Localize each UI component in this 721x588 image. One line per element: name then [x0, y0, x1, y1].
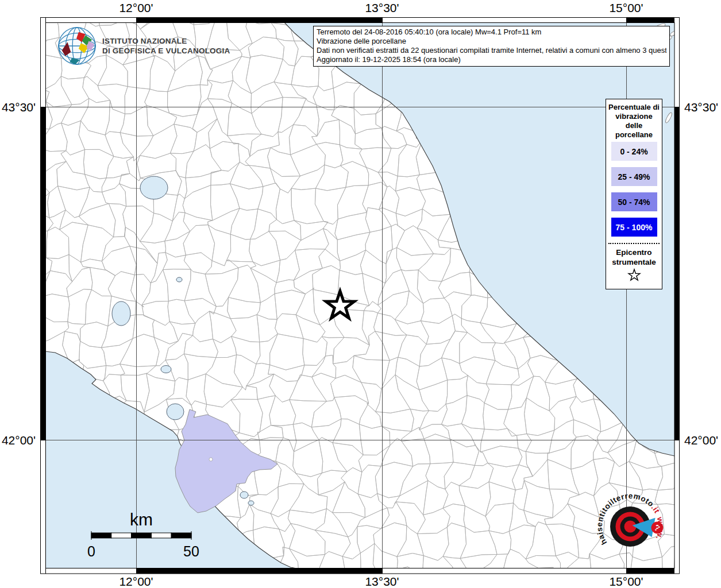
- lon-label-top-15: 15°00': [609, 1, 643, 15]
- lon-label-top-1330: 13°30': [365, 1, 399, 15]
- legend-bin-2: 50 - 74%: [611, 192, 657, 211]
- lat-label-right-4330: 43°30': [684, 100, 718, 114]
- lake-bolsena: [112, 301, 130, 326]
- data-disclaimer: Dati non verificati estratti da 22 quest…: [317, 46, 666, 55]
- ingv-name-line1: ISTITUTO NAZIONALE: [102, 36, 230, 46]
- lon-label-bottom-12: 12°00': [119, 575, 153, 588]
- updated-at: Aggiornato il: 19-12-2025 18:54 (ora loc…: [317, 55, 666, 64]
- ingv-name-line2: DI GEOFISICA E VULCANOLOGIA: [102, 46, 230, 56]
- scale-bar: km 0 50: [84, 508, 205, 561]
- lat-label-left-4200: 42°00': [0, 434, 36, 447]
- scale-min: 0: [87, 543, 95, 559]
- legend: Percentuale di vibrazione delle porcella…: [606, 99, 662, 289]
- ingv-wordmark: ISTITUTO NAZIONALE DI GEOFISICA E VULCAN…: [102, 36, 230, 56]
- ingv-globe-icon: [56, 25, 98, 67]
- lake-albano: [240, 492, 248, 498]
- ingv-logo: ISTITUTO NAZIONALE DI GEOFISICA E VULCAN…: [56, 25, 230, 67]
- legend-bin-3: 75 - 100%: [611, 218, 657, 237]
- legend-title: Percentuale di vibrazione delle porcella…: [606, 103, 662, 142]
- legend-bin-1: 25 - 49%: [611, 167, 657, 186]
- vatican-enclave: [209, 458, 213, 461]
- hsit-map-page: 12°00' 13°30' 15°00' 12°00' 13°30' 15°00…: [0, 0, 721, 588]
- event-info-box: Terremoto del 24-08-2016 05:40:10 (ora l…: [313, 26, 670, 67]
- event-summary: Terremoto del 24-08-2016 05:40:10 (ora l…: [317, 28, 666, 37]
- scale-max: 50: [183, 543, 199, 559]
- legend-epicenter-label: Epicentro strumentale: [606, 247, 662, 267]
- lon-label-bottom-1330: 13°30': [365, 575, 399, 588]
- map-area: [14, 0, 688, 588]
- lake-nemi: [248, 501, 254, 505]
- lake-trasimeno: [140, 176, 168, 199]
- lake-bracciano: [167, 404, 184, 420]
- lon-label-bottom-15: 15°00': [609, 575, 643, 588]
- haisentito-logo: ? haisentitoilterremoto.itwww.: [596, 490, 673, 567]
- lake-vico: [161, 366, 171, 373]
- lon-label-top-12: 12°00': [119, 1, 153, 15]
- lat-label-right-4200: 42°00': [684, 434, 718, 447]
- legend-bin-0: 0 - 24%: [611, 142, 657, 161]
- map-subject: Vibrazione delle porcellane: [317, 37, 666, 46]
- legend-epicenter-star-icon: [626, 267, 642, 282]
- scale-unit: km: [130, 510, 153, 529]
- legend-divider: [608, 243, 660, 244]
- lat-label-left-4330: 43°30': [0, 100, 36, 114]
- lake-corbara: [176, 277, 182, 282]
